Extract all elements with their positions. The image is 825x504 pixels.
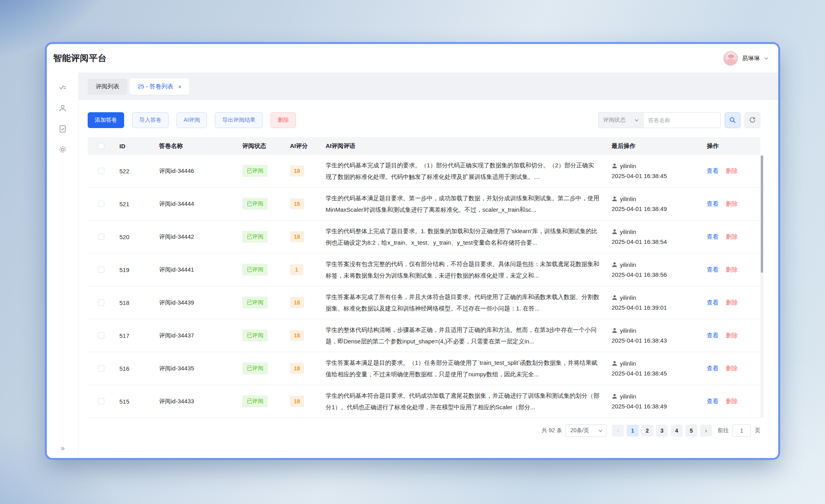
goto-page-input[interactable] — [733, 424, 751, 437]
avatar[interactable] — [723, 51, 738, 66]
table-row: 521评阅id-34444已评阅15学生的代码基本满足题目要求。第一步中，成功加… — [88, 188, 760, 220]
refresh-button[interactable] — [744, 112, 760, 128]
delete-link[interactable]: 删除 — [726, 233, 738, 240]
tab-answer-sheet-list[interactable]: 25 - 答卷列表 × — [130, 79, 189, 95]
row-id: 516 — [115, 365, 154, 372]
window-header: 智能评阅平台 易琳琳 — [47, 44, 778, 73]
next-page-button[interactable]: › — [700, 425, 712, 437]
view-link[interactable]: 查看 — [707, 332, 719, 339]
person-icon — [612, 229, 618, 235]
add-answer-button[interactable]: 添加答卷 — [88, 112, 124, 128]
delete-link[interactable]: 删除 — [726, 167, 738, 174]
sidebar-item-settings[interactable] — [47, 139, 79, 160]
operation-time: 2025-04-01 16:38:49 — [612, 401, 702, 411]
delete-link[interactable]: 删除 — [726, 266, 738, 273]
row-last-op: yilinlin2025-04-01 16:38:56 — [607, 260, 702, 280]
table-row: 518评阅id-34439已评阅18学生答案基本完成了所有任务，并且大体符合题目… — [88, 286, 760, 319]
select-all-checkbox[interactable] — [98, 143, 104, 149]
view-link[interactable]: 查看 — [707, 398, 719, 404]
checklist-icon — [58, 83, 67, 92]
chevron-down-icon — [764, 56, 769, 61]
vertical-scrollbar[interactable] — [760, 155, 764, 418]
delete-link[interactable]: 删除 — [726, 365, 738, 372]
table-row: 516评阅id-34435已评阅18学生答案基本满足题目的要求。（1）任务部分正… — [88, 352, 760, 385]
view-link[interactable]: 查看 — [707, 233, 719, 240]
tab-review-list[interactable]: 评阅列表 — [88, 79, 127, 95]
sidebar-item-users[interactable] — [47, 98, 79, 119]
page-button-5[interactable]: 5 — [685, 425, 697, 437]
import-answer-button[interactable]: 导入答卷 — [132, 112, 169, 128]
row-name: 评阅id-34446 — [154, 167, 238, 175]
row-comment: 学生答案基本完成了所有任务，并且大体符合题目要求。代码使用了正确的库和函数来载入… — [321, 291, 607, 314]
page-button-1[interactable]: 1 — [627, 425, 639, 437]
delete-link[interactable]: 删除 — [726, 398, 738, 404]
row-comment: 学生的整体代码结构清晰，步骤基本正确，并且适用了正确的库和方法。然而，在第3步中… — [321, 324, 607, 347]
status-badge: 已评阅 — [242, 330, 268, 341]
delete-link[interactable]: 删除 — [726, 200, 738, 207]
score-badge: 18 — [290, 231, 304, 242]
row-name: 评阅id-34442 — [154, 233, 238, 241]
row-name: 评阅id-34435 — [154, 365, 238, 372]
export-results-button[interactable]: 导出评阅结果 — [215, 112, 263, 128]
row-name: 评阅id-34433 — [154, 398, 238, 405]
score-badge: 15 — [290, 198, 304, 209]
page-title: 智能评阅平台 — [53, 52, 107, 64]
operator-name: yilinlin — [620, 358, 636, 368]
status-badge: 已评阅 — [242, 198, 268, 210]
row-checkbox[interactable] — [98, 266, 104, 273]
document-check-icon — [58, 125, 67, 133]
page-button-4[interactable]: 4 — [671, 425, 683, 437]
person-icon — [612, 262, 618, 268]
table-row: 517评阅id-34437已评阅18学生的整体代码结构清晰，步骤基本正确，并且适… — [88, 319, 760, 352]
person-icon — [612, 360, 618, 366]
table-row: 515评阅id-34433已评阅18学生的代码基本符合题目要求。代码成功加载了鸢… — [88, 385, 760, 418]
header-id: ID — [115, 143, 154, 149]
ai-review-button[interactable]: AI评阅 — [177, 112, 207, 128]
scrollbar-thumb[interactable] — [761, 155, 763, 273]
page-button-3[interactable]: 3 — [656, 425, 668, 437]
sidebar-item-review-list[interactable] — [47, 77, 79, 98]
view-link[interactable]: 查看 — [707, 365, 719, 372]
sidebar-collapse-button[interactable]: » — [47, 444, 79, 452]
answer-name-input[interactable] — [643, 112, 721, 128]
view-link[interactable]: 查看 — [707, 299, 719, 306]
status-badge: 已评阅 — [242, 231, 268, 243]
status-filter-select[interactable]: 评阅状态 — [598, 112, 643, 128]
main-area: 评阅列表 25 - 答卷列表 × 添加答卷 导入答卷 AI评阅 导 — [79, 73, 778, 458]
row-checkbox[interactable] — [98, 398, 104, 404]
user-menu[interactable]: 易琳琳 — [723, 51, 769, 66]
row-checkbox[interactable] — [98, 168, 104, 174]
page-button-2[interactable]: 2 — [641, 425, 653, 437]
delete-button[interactable]: 删除 — [271, 112, 296, 128]
row-checkbox[interactable] — [98, 332, 104, 339]
header-score: AI评分 — [285, 142, 321, 150]
page-size-select[interactable]: 20条/页 — [565, 424, 606, 437]
status-badge: 已评阅 — [242, 395, 268, 407]
view-link[interactable]: 查看 — [707, 266, 719, 273]
prev-page-button[interactable]: ‹ — [612, 425, 624, 437]
row-name: 评阅id-34441 — [154, 266, 238, 274]
pagination: 共 92 条 20条/页 ‹ 12345 › 前往 页 — [88, 418, 760, 443]
header-last-op: 最后操作 — [607, 142, 702, 150]
header-comment: AI评阅评语 — [321, 142, 607, 150]
desktop-background: 智能评阅平台 易琳琳 — [0, 0, 825, 504]
person-icon — [612, 328, 618, 333]
row-checkbox[interactable] — [98, 299, 104, 306]
goto-label: 前往 — [718, 427, 729, 434]
row-name: 评阅id-34439 — [154, 299, 238, 307]
operation-time: 2025-04-01 16:38:49 — [612, 204, 702, 214]
close-icon[interactable]: × — [178, 84, 181, 90]
sidebar-item-papers[interactable] — [47, 119, 79, 139]
search-button[interactable] — [725, 112, 741, 128]
toolbar: 添加答卷 导入答卷 AI评阅 导出评阅结果 删除 评阅状态 — [88, 112, 760, 128]
delete-link[interactable]: 删除 — [726, 332, 738, 339]
delete-link[interactable]: 删除 — [726, 299, 738, 306]
view-link[interactable]: 查看 — [707, 167, 719, 174]
view-link[interactable]: 查看 — [707, 200, 719, 207]
row-id: 517 — [115, 332, 154, 339]
row-checkbox[interactable] — [98, 234, 104, 240]
operator-name: yilinlin — [620, 194, 636, 204]
row-id: 518 — [115, 299, 154, 306]
row-checkbox[interactable] — [98, 201, 104, 207]
row-checkbox[interactable] — [98, 365, 104, 372]
